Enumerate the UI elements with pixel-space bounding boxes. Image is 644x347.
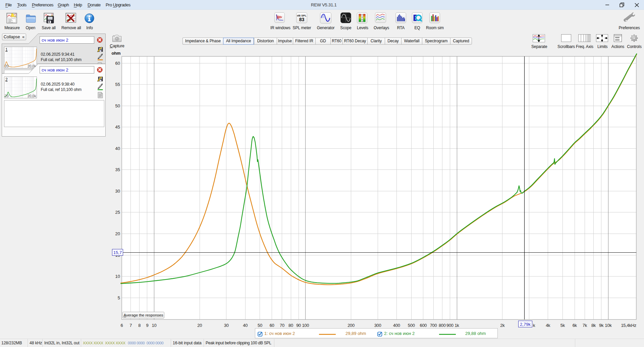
svg-text:900: 900 (446, 323, 453, 328)
svg-text:5k: 5k (560, 323, 565, 328)
svg-text:400: 400 (393, 323, 400, 328)
svg-text:20: 20 (197, 323, 202, 328)
svg-text:60: 60 (115, 61, 120, 66)
svg-text:35: 35 (115, 167, 120, 172)
svg-text:2k: 2k (500, 323, 505, 328)
svg-text:9k: 9k (599, 323, 604, 328)
svg-text:25: 25 (115, 210, 120, 215)
svg-text:4k: 4k (546, 323, 550, 328)
svg-text:90: 90 (296, 323, 301, 328)
svg-text:9: 9 (146, 323, 148, 328)
svg-text:60: 60 (270, 323, 274, 328)
svg-text:7k: 7k (583, 323, 587, 328)
svg-text:8k: 8k (591, 323, 596, 328)
svg-text:800: 800 (439, 323, 446, 328)
svg-text:55: 55 (115, 82, 120, 87)
svg-text:30: 30 (224, 323, 229, 328)
svg-text:700: 700 (430, 323, 437, 328)
svg-text:10: 10 (115, 274, 120, 279)
svg-text:15,7: 15,7 (113, 250, 122, 255)
svg-text:30: 30 (115, 189, 120, 194)
svg-text:15,4kHz: 15,4kHz (621, 323, 636, 328)
svg-text:70: 70 (280, 323, 284, 328)
svg-text:2,79k: 2,79k (520, 322, 531, 327)
svg-text:6k: 6k (573, 323, 577, 328)
svg-text:20: 20 (115, 231, 120, 236)
svg-text:500: 500 (408, 323, 415, 328)
svg-text:10: 10 (152, 323, 157, 328)
svg-text:200: 200 (347, 323, 355, 328)
svg-text:8: 8 (138, 323, 141, 328)
svg-text:02.06.2025 9:38:40: 02.06.2025 9:38:40 (41, 82, 75, 87)
svg-text:50: 50 (115, 103, 120, 108)
svg-text:40: 40 (115, 146, 120, 151)
svg-text:80: 80 (288, 323, 293, 328)
svg-text:2: 2 (5, 77, 8, 82)
svg-text:Full cal, ref 10,100 ohm: Full cal, ref 10,100 ohm (41, 87, 82, 92)
svg-text:20: 20 (5, 94, 9, 98)
svg-text:40: 40 (243, 323, 248, 328)
svg-text:7: 7 (129, 323, 132, 328)
svg-text:k: k (533, 323, 535, 328)
svg-text:50: 50 (258, 323, 262, 328)
svg-text:20,0k: 20,0k (28, 94, 36, 98)
svg-text:5: 5 (118, 295, 120, 300)
svg-text:100: 100 (302, 323, 309, 328)
svg-text:6: 6 (121, 323, 123, 328)
svg-text:10k: 10k (605, 323, 612, 328)
svg-text:45: 45 (115, 125, 120, 130)
svg-text:600: 600 (420, 323, 427, 328)
svg-text:300: 300 (374, 323, 381, 328)
svg-text:1k: 1k (454, 323, 459, 328)
svg-text:сч нов июн 2: сч нов июн 2 (42, 67, 68, 72)
